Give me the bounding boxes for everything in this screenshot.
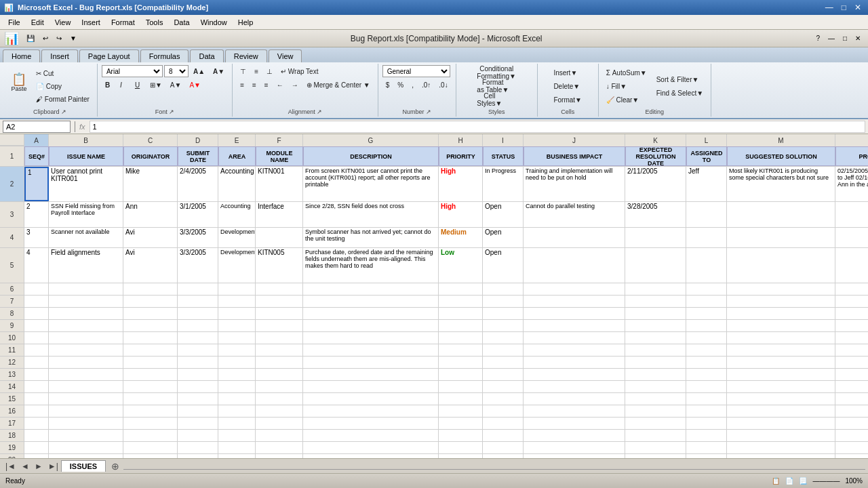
ribbon-close-button[interactable]: ✕	[852, 33, 864, 44]
header-seq[interactable]: SEQ#	[24, 146, 49, 166]
cell-J5[interactable]	[524, 248, 625, 283]
table-row[interactable]	[24, 393, 868, 405]
autosum-button[interactable]: Σ AutoSum▼	[603, 66, 650, 79]
row-header-11[interactable]: 11	[0, 344, 24, 357]
currency-button[interactable]: $	[382, 79, 393, 91]
cell-M5[interactable]	[727, 248, 835, 283]
ribbon-restore-button[interactable]: □	[840, 33, 850, 44]
col-header-K[interactable]: K	[625, 134, 686, 146]
cell-L4[interactable]	[686, 228, 727, 247]
decrease-font-button[interactable]: A▼	[210, 65, 228, 77]
fill-color-button[interactable]: A▼	[167, 79, 185, 91]
row-header-19[interactable]: 19	[0, 442, 24, 454]
find-select-button[interactable]: Find & Select▼	[653, 87, 707, 99]
cell-E4[interactable]: Development	[218, 228, 256, 247]
title-bar-controls[interactable]: — □ ✕	[823, 3, 864, 12]
cell-K3[interactable]: 3/28/2005	[625, 202, 686, 227]
row-header-8[interactable]: 8	[0, 308, 24, 320]
undo-button[interactable]: ↩	[39, 33, 52, 44]
cell-N4[interactable]	[835, 228, 868, 247]
cell-I5[interactable]: Open	[483, 248, 524, 283]
table-row[interactable]	[24, 320, 868, 332]
col-header-F[interactable]: F	[256, 134, 303, 146]
header-originator[interactable]: ORIGINATOR	[123, 146, 178, 166]
cell-C4[interactable]: Avi	[123, 228, 178, 247]
col-header-H[interactable]: H	[439, 134, 483, 146]
col-header-G[interactable]: G	[303, 134, 439, 146]
cell-B3[interactable]: SSN Field missing from Payroll Interface	[49, 202, 123, 227]
conditional-formatting-button[interactable]: ConditionalFormatting▼	[473, 66, 519, 79]
cell-F3[interactable]: Interface	[256, 202, 303, 227]
cell-C5[interactable]: Avi	[123, 248, 178, 283]
font-color-button[interactable]: A▼	[186, 79, 204, 91]
menu-data[interactable]: Data	[168, 17, 195, 28]
border-button[interactable]: ⊞▼	[146, 79, 165, 91]
col-header-D[interactable]: D	[178, 134, 218, 146]
font-name-select[interactable]: Arial	[102, 65, 163, 77]
cell-J4[interactable]	[524, 228, 625, 247]
cell-J3[interactable]: Cannot do parallel testing	[524, 202, 625, 227]
align-right-button[interactable]: ≡	[261, 79, 272, 91]
header-status[interactable]: STATUS	[483, 146, 524, 166]
header-submit-date[interactable]: SUBMIT DATE	[178, 146, 218, 166]
cell-F2[interactable]: KITN001	[256, 167, 303, 201]
table-row[interactable]: 2 SSN Field missing from Payroll Interfa…	[24, 202, 868, 228]
format-cells-button[interactable]: Format▼	[550, 94, 585, 106]
header-area[interactable]: AREA	[218, 146, 256, 166]
sheet-tab-first-button[interactable]: |◄	[3, 462, 18, 471]
cell-H2[interactable]: High	[439, 167, 483, 201]
format-painter-button[interactable]: 🖌 Format Painter	[33, 93, 93, 105]
insert-cells-button[interactable]: Insert▼	[550, 66, 585, 79]
row-header-15[interactable]: 15	[0, 393, 24, 405]
cell-L5[interactable]	[686, 248, 727, 283]
menu-format[interactable]: Format	[106, 17, 140, 28]
table-row[interactable]: 1 User cannot print KITR001 Mike 2/4/200…	[24, 167, 868, 202]
cell-K2[interactable]: 2/11/2005	[625, 167, 686, 201]
cell-L2[interactable]: Jeff	[686, 167, 727, 201]
close-button[interactable]: ✕	[852, 3, 864, 12]
cell-B5[interactable]: Field alignments	[49, 248, 123, 283]
menu-insert[interactable]: Insert	[76, 17, 106, 28]
cell-E3[interactable]: Accounting	[218, 202, 256, 227]
cell-A4[interactable]: 3	[24, 228, 49, 247]
col-header-M[interactable]: M	[727, 134, 835, 146]
name-box[interactable]	[3, 121, 71, 133]
table-row[interactable]: 3 Scanner not available Avi 3/3/2005 Dev…	[24, 228, 868, 248]
cell-K5[interactable]	[625, 248, 686, 283]
cell-E5[interactable]: Development	[218, 248, 256, 283]
paste-button[interactable]: 📋 Paste	[7, 65, 31, 100]
cell-C2[interactable]: Mike	[123, 167, 178, 201]
zoom-slider[interactable]: ————	[812, 477, 840, 485]
wrap-text-button[interactable]: ↵ Wrap Text	[277, 65, 321, 77]
page-break-view-button[interactable]: 📃	[799, 477, 807, 485]
bold-button[interactable]: B	[102, 79, 115, 91]
sheet-tab-issues[interactable]: ISSUES	[61, 460, 106, 472]
indent-increase-button[interactable]: →	[288, 79, 302, 91]
table-row[interactable]	[24, 405, 868, 418]
align-middle-button[interactable]: ≡	[251, 65, 262, 77]
cell-M2[interactable]: Most likely KITR001 is producing some sp…	[727, 167, 835, 201]
font-size-select[interactable]: 8	[164, 65, 189, 77]
cell-D5[interactable]: 3/3/2005	[178, 248, 218, 283]
decrease-decimal-button[interactable]: .0↓	[435, 79, 451, 91]
table-row[interactable]: 4 Field alignments Avi 3/3/2005 Developm…	[24, 248, 868, 283]
cell-C3[interactable]: Ann	[123, 202, 178, 227]
row-header-16[interactable]: 16	[0, 405, 24, 418]
cell-F5[interactable]: KITN005	[256, 248, 303, 283]
cell-I4[interactable]: Open	[483, 228, 524, 247]
align-left-button[interactable]: ≡	[237, 79, 248, 91]
number-format-select[interactable]: General	[382, 65, 450, 77]
cell-A2[interactable]: 1	[24, 167, 49, 201]
header-suggested-solution[interactable]: SUGGESTED SOLUTION	[727, 146, 835, 166]
number-expand-icon[interactable]: ↗	[426, 108, 431, 115]
row-header-18[interactable]: 18	[0, 430, 24, 442]
cell-B2[interactable]: User cannot print KITR001	[49, 167, 123, 201]
cell-styles-button[interactable]: CellStyles▼	[473, 94, 519, 106]
cell-N5[interactable]	[835, 248, 868, 283]
menu-help[interactable]: Help	[233, 17, 259, 28]
cell-I3[interactable]: Open	[483, 202, 524, 227]
col-header-A[interactable]: A	[24, 134, 49, 146]
indent-decrease-button[interactable]: ←	[273, 79, 287, 91]
tab-page-layout[interactable]: Page Layout	[79, 49, 139, 62]
cell-B4[interactable]: Scanner not available	[49, 228, 123, 247]
